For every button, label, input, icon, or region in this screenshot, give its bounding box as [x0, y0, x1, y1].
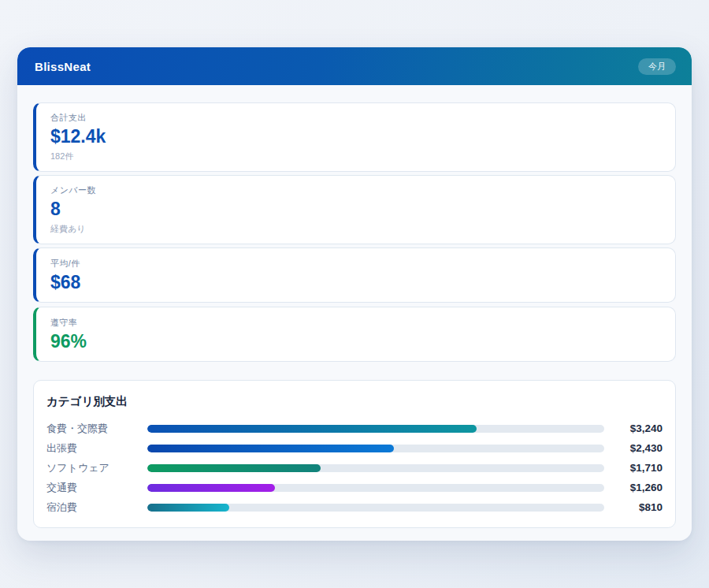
category-row: 交通費 $1,260	[46, 478, 663, 497]
dashboard-card: BlissNeat 今月 合計支出 $12.4k 182件 メンバー数 8 経費…	[17, 47, 692, 541]
dashboard-content: 合計支出 $12.4k 182件 メンバー数 8 経費あり 平均/件 $68 遵…	[17, 85, 692, 528]
app-header: BlissNeat 今月	[17, 47, 692, 85]
category-bar-fill	[147, 425, 477, 433]
category-breakdown-card: カテゴリ別支出 食費・交際費 $3,240 出張費 $2,430 ソフトウェア …	[33, 380, 676, 528]
category-label: 出張費	[46, 441, 141, 456]
stat-label: 平均/件	[50, 258, 661, 270]
category-rows: 食費・交際費 $3,240 出張費 $2,430 ソフトウェア $1,710 交…	[46, 419, 663, 517]
stat-value: 96%	[50, 332, 661, 352]
category-label: 宿泊費	[46, 501, 141, 515]
stat-label: メンバー数	[50, 184, 661, 196]
app-title: BlissNeat	[35, 60, 91, 73]
stat-sub: 182件	[50, 151, 661, 162]
category-bar-fill	[147, 504, 229, 512]
stat-card: 平均/件 $68	[33, 247, 676, 303]
stat-sub: 経費あり	[50, 223, 661, 235]
category-label: ソフトウェア	[46, 461, 141, 475]
stat-label: 合計支出	[50, 112, 661, 124]
stat-value: $12.4k	[50, 127, 661, 147]
category-bar-fill	[147, 464, 321, 472]
category-row: 出張費 $2,430	[46, 438, 663, 458]
category-bar-track	[147, 425, 604, 433]
category-amount: $3,240	[611, 422, 663, 434]
category-row: 食費・交際費 $3,240	[46, 419, 663, 438]
stat-value: $68	[50, 273, 661, 292]
category-row: ソフトウェア $1,710	[46, 458, 663, 478]
stat-card: メンバー数 8 経費あり	[33, 175, 676, 244]
category-amount: $810	[611, 501, 663, 513]
category-bar-track	[147, 464, 604, 472]
category-bar-track	[147, 445, 604, 452]
category-row: 宿泊費 $810	[46, 497, 663, 517]
category-amount: $1,710	[611, 462, 663, 474]
category-amount: $2,430	[611, 442, 663, 454]
stat-value: 8	[50, 199, 661, 219]
period-badge[interactable]: 今月	[638, 58, 676, 75]
category-bar-track	[147, 504, 604, 512]
category-label: 交通費	[46, 481, 141, 495]
category-label: 食費・交際費	[46, 422, 141, 436]
category-amount: $1,260	[611, 482, 663, 493]
stat-card: 合計支出 $12.4k 182件	[33, 102, 676, 172]
category-bar-fill	[147, 445, 394, 452]
category-bar-fill	[147, 484, 275, 492]
category-breakdown-title: カテゴリ別支出	[46, 394, 663, 409]
stat-label: 遵守率	[50, 317, 661, 329]
stat-card: 遵守率 96%	[33, 307, 676, 362]
category-bar-track	[147, 484, 604, 492]
stats-list: 合計支出 $12.4k 182件 メンバー数 8 経費あり 平均/件 $68 遵…	[33, 102, 676, 366]
